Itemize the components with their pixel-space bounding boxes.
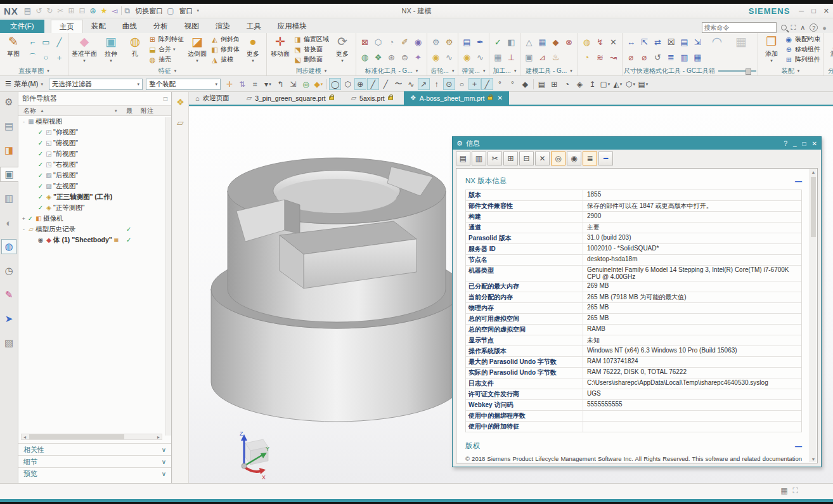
selection-tool-icon[interactable]: ╱: [481, 78, 493, 90]
ribbon-grid-icon[interactable]: ╱: [54, 35, 65, 50]
maximize-button[interactable]: □: [811, 7, 816, 15]
dropdown-arrow-icon[interactable]: ▾: [196, 58, 198, 63]
ribbon-command[interactable]: ◍ 孔: [123, 34, 147, 59]
selection-tool-icon[interactable]: ○: [456, 78, 468, 90]
ribbon-group-label[interactable]: 加工... ▾: [491, 67, 519, 75]
ribbon-grid-icon[interactable]: ▭: [41, 35, 51, 50]
3d-model[interactable]: [203, 146, 470, 429]
selection-tool-icon[interactable]: ＋: [468, 78, 481, 90]
ribbon-grid-icon[interactable]: ≋: [595, 50, 605, 65]
ribbon-grid-icon[interactable]: ◍: [359, 50, 370, 65]
qat-icon[interactable]: ★: [100, 6, 108, 16]
selection-tool-icon[interactable]: ╱: [380, 78, 392, 90]
expander-icon[interactable]: -: [21, 119, 27, 125]
collapsible-panel-header[interactable]: 预览 ∨: [18, 467, 171, 479]
ribbon-command[interactable]: ▣ 拉伸 ▾: [99, 34, 123, 64]
ribbon-grid-icon[interactable]: ✕: [608, 35, 619, 50]
tree-node[interactable]: ✓ ◱ "俯视图": [18, 138, 171, 148]
dialog-vertical-scrollbar[interactable]: ▲ ▼: [810, 169, 817, 462]
ribbon-command[interactable]: ↔ ⌀ ⇱ ⌀ ⇄ ↺: [624, 34, 705, 67]
close-tab-icon[interactable]: ✕: [497, 94, 502, 101]
visibility-checkmark-icon[interactable]: ✓: [37, 183, 44, 190]
ribbon-grid-icon[interactable]: ✐: [399, 35, 410, 50]
ribbon-group-label[interactable]: 弹簧... ▾: [460, 67, 488, 75]
group-dropdown-icon[interactable]: ▾: [416, 68, 418, 74]
fit-window-icon[interactable]: ⛶: [791, 23, 796, 32]
ribbon-group-label[interactable]: 同步建模 ▾: [268, 67, 354, 75]
ribbon-command[interactable]: ◉ 装配约束 ⊕ 移动组件: [784, 34, 822, 65]
ribbon-small-command[interactable]: ⬕ 删除面: [294, 55, 329, 65]
assembly-navigator-icon[interactable]: ▤: [1, 119, 16, 134]
history-icon[interactable]: ◷: [1, 263, 16, 278]
search-icon[interactable]: [781, 25, 787, 30]
group-dropdown-icon[interactable]: ▾: [325, 68, 327, 74]
ribbon-tab[interactable]: 曲线: [114, 20, 145, 33]
ribbon-small-command[interactable]: ⬓ 合并 ▾: [148, 44, 184, 55]
ribbon-tab[interactable]: 应用模块: [269, 20, 315, 33]
ribbon-group-label[interactable]: 直接草图 ▾: [1, 67, 67, 75]
ribbon-command[interactable]: ◪ 边倒圆 ▾: [185, 34, 209, 64]
tree-node[interactable]: + ✓ ◧ 摄像机: [18, 213, 171, 224]
help-icon[interactable]: ?: [810, 23, 818, 32]
process-studio-icon[interactable]: ✎: [1, 287, 16, 302]
tree-node[interactable]: - ▱ 模型历史记录 ✓: [18, 224, 171, 235]
selection-scope-select[interactable]: 整个装配▾: [146, 79, 221, 90]
minimize-button[interactable]: ─: [799, 7, 804, 15]
tree-node[interactable]: ✓ ◈ "正三轴测图" (工作): [18, 191, 171, 202]
settings-gear-icon[interactable]: ⚙: [1, 94, 16, 110]
dropdown-arrow-icon[interactable]: ▾: [770, 58, 773, 63]
ribbon-grid-icon[interactable]: ⇱: [639, 35, 650, 50]
ribbon-grid-icon[interactable]: ⊛: [386, 50, 397, 65]
ribbon-command[interactable]: ▦: [729, 34, 753, 50]
selection-tool-icon[interactable]: ↑: [430, 78, 442, 90]
qat-icon[interactable]: ◅: [111, 6, 118, 16]
qat-icon[interactable]: ▤: [23, 6, 32, 16]
selection-tool-icon[interactable]: ⊙: [443, 78, 455, 90]
ribbon-small-command[interactable]: ◧ 修剪体: [210, 44, 240, 55]
document-tab[interactable]: ❖ A-boss_sheet_mm.prt ✕: [404, 91, 509, 105]
group-dropdown-icon[interactable]: ▾: [797, 68, 800, 74]
qat-icon[interactable]: ↺: [35, 6, 42, 16]
ribbon-grid-icon[interactable]: ▦: [493, 50, 503, 65]
selection-tool-icon[interactable]: ↰: [274, 78, 287, 90]
ribbon-grid-icon[interactable]: ✓: [493, 35, 503, 50]
ribbon-grid-icon[interactable]: ⊜: [399, 50, 410, 65]
column-uptodate[interactable]: 最: [126, 107, 132, 115]
find-button[interactable]: ◉: [567, 152, 581, 165]
selection-tool-icon[interactable]: ⬡▾: [624, 78, 636, 90]
ribbon-grid-icon[interactable]: ○: [41, 50, 51, 65]
ribbon-grid-icon[interactable]: ⌀: [626, 50, 636, 65]
selection-tool-icon[interactable]: ✛: [224, 78, 236, 90]
ribbon-command[interactable]: ⊠ ◍ ⬡ ❖ ◔ ⊛: [358, 34, 425, 67]
expander-icon[interactable]: +: [21, 216, 27, 222]
ribbon-command[interactable]: ✎ 草图: [1, 34, 25, 59]
scrollbar-thumb[interactable]: [29, 434, 124, 439]
selection-tool-icon[interactable]: ◎: [300, 78, 312, 90]
document-tab[interactable]: ▱ 3_pin_green_square.prt: [240, 91, 345, 105]
tree-node[interactable]: ✓ ◈ "正等测图": [18, 202, 171, 213]
ribbon-grid-icon[interactable]: ⌀: [639, 50, 650, 65]
column-name[interactable]: 名称: [23, 107, 36, 115]
selection-tool-icon[interactable]: °: [507, 78, 519, 90]
ribbon-grid-icon[interactable]: ↯: [595, 35, 605, 50]
tree-node[interactable]: ✓ ▧ "后视图": [18, 170, 171, 181]
snapshot-grid-icon[interactable]: ▦: [780, 486, 787, 495]
ribbon-command[interactable]: ⚙ ◉ ⚙ ∿: [429, 34, 456, 67]
selection-filter-select[interactable]: 无选择过滤器▾: [49, 79, 143, 90]
ribbon-grid-icon[interactable]: ✦: [413, 50, 423, 65]
ribbon-small-command[interactable]: ⊕ 移动组件: [785, 44, 820, 55]
ribbon-grid-icon[interactable]: △: [524, 35, 534, 50]
group-dropdown-icon[interactable]: ▾: [174, 68, 177, 74]
selection-tool-icon[interactable]: ◔: [561, 78, 573, 90]
hd3d-tool-icon[interactable]: ◐: [1, 215, 16, 230]
selection-tool-icon[interactable]: ↥: [586, 78, 598, 90]
file-menu-button[interactable]: 文件(F): [0, 20, 44, 33]
export-button[interactable]: ▤: [456, 152, 470, 165]
ribbon-grid-icon[interactable]: ≣: [666, 50, 676, 65]
ribbon-grid-icon[interactable]: ❖: [373, 50, 384, 65]
ribbon-grid-icon[interactable]: ◉: [413, 35, 423, 50]
ribbon-grid-icon[interactable]: ✒: [475, 35, 486, 50]
ribbon-small-command[interactable]: ◮ 拔模: [210, 55, 240, 65]
part-navigator-icon[interactable]: ▣: [0, 167, 18, 182]
dialog-help-button[interactable]: ?: [784, 140, 787, 147]
